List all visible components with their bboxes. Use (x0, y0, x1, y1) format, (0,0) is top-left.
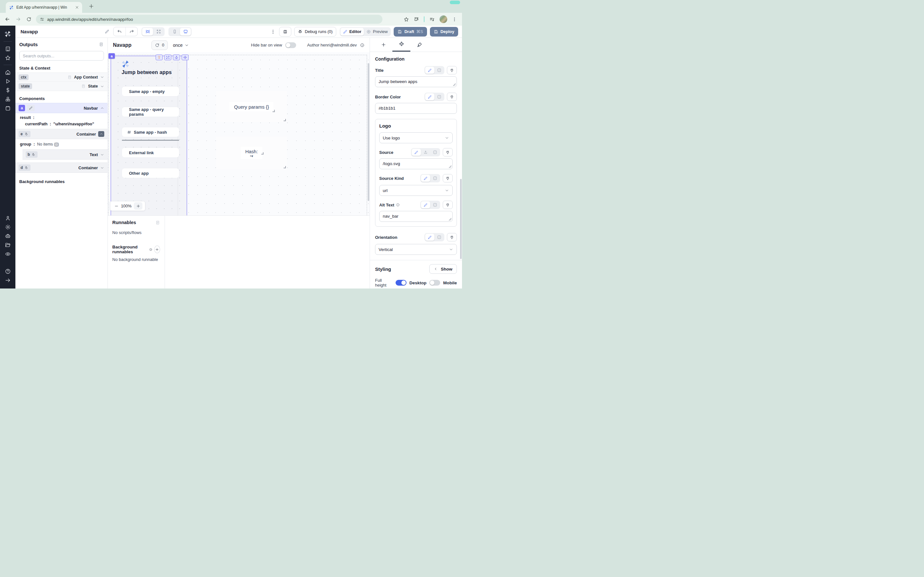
text-b-badge[interactable]: b (26, 151, 37, 158)
folders-icon[interactable] (5, 242, 11, 248)
home-icon[interactable] (5, 69, 11, 75)
nav-item-same-app-hash[interactable]: Same app - hash (122, 127, 179, 137)
zoom-out-icon[interactable] (114, 204, 119, 208)
workers-icon[interactable] (5, 233, 11, 239)
schedules-icon[interactable] (5, 105, 11, 111)
source-kind-static-button[interactable] (421, 175, 430, 182)
canvas-grid[interactable]: Jump between apps Same app - empty Same … (108, 52, 370, 215)
help-icon[interactable] (5, 268, 11, 274)
new-tab-icon[interactable] (89, 3, 94, 9)
refresh-counter[interactable]: 0 (152, 40, 168, 50)
expand-down-button[interactable] (156, 55, 163, 60)
users-icon[interactable] (5, 215, 11, 221)
site-settings-icon[interactable] (40, 17, 44, 21)
navbar-chevron-up-icon[interactable] (100, 106, 104, 110)
nav-item-same-app-empty[interactable]: Same app - empty (122, 87, 179, 96)
source-kind-expr-button[interactable]: f (430, 175, 439, 182)
resize-handle[interactable] (284, 119, 286, 121)
runnables-doc-icon[interactable] (155, 220, 160, 225)
desktop-view-button[interactable] (180, 28, 191, 35)
orientation-static-button[interactable] (425, 234, 435, 241)
nav-item-external-link[interactable]: External link (122, 148, 179, 157)
bookmark-star-icon[interactable] (404, 17, 409, 22)
workspace-icon[interactable] (5, 46, 11, 52)
windmill-logo-icon[interactable] (4, 31, 11, 37)
resources-icon[interactable] (5, 96, 11, 102)
text-b-chevron-down-icon[interactable] (100, 153, 104, 157)
mobile-view-button[interactable] (169, 28, 180, 35)
debug-runs-button[interactable]: Debug runs (0) (294, 27, 336, 37)
tab-component-settings[interactable] (393, 38, 410, 52)
anchor-component-button[interactable] (173, 55, 180, 60)
refresh-mode-select[interactable]: once (173, 43, 189, 48)
deploy-button[interactable]: Deploy (430, 27, 458, 37)
redo-button[interactable] (126, 27, 137, 36)
component-row-container-e[interactable]: e Container (15, 129, 107, 139)
canvas-scrollbar[interactable] (368, 63, 369, 201)
full-height-mobile-toggle[interactable] (429, 280, 440, 285)
expand-component-button[interactable] (164, 55, 171, 60)
source-connect-button[interactable] (443, 148, 453, 156)
editor-tab[interactable]: Editor (341, 28, 364, 35)
reload-icon[interactable] (26, 17, 31, 22)
media-queue-icon[interactable] (429, 17, 435, 22)
border-color-expr-button[interactable]: f (435, 93, 444, 100)
tab-global-styling[interactable] (410, 38, 428, 52)
audit-eye-icon[interactable] (5, 251, 11, 257)
preview-tab[interactable]: Preview (364, 28, 390, 35)
nav-item-other-app[interactable]: Other app (122, 168, 179, 178)
alt-text-expr-button[interactable]: f (430, 201, 439, 208)
source-upload-button[interactable] (421, 149, 430, 156)
settings-scrollbar[interactable] (460, 179, 462, 259)
logo-select[interactable]: Use logo (379, 132, 453, 143)
url-bar[interactable]: app.windmill.dev/apps/edit/u/henri/navap… (36, 15, 383, 24)
billing-icon[interactable] (5, 87, 11, 93)
container-e-badge[interactable]: e (19, 131, 31, 137)
title-expr-mode-button[interactable]: f (435, 67, 444, 74)
alt-text-connect-button[interactable] (443, 201, 453, 209)
title-static-mode-button[interactable] (425, 67, 435, 74)
component-row-container-d[interactable]: d Container (15, 163, 107, 173)
component-row-text-b[interactable]: b Text (23, 149, 107, 160)
source-expr-button[interactable]: f (430, 149, 439, 156)
container-d-chevron-down-icon[interactable] (100, 166, 104, 170)
component-row-navbar[interactable]: a Navbar (15, 103, 107, 113)
add-background-runnable-button[interactable] (154, 245, 160, 253)
draft-button[interactable]: Draft ⌘S (394, 27, 427, 37)
panel-doc-icon[interactable] (99, 42, 103, 47)
orientation-expr-button[interactable]: f (435, 234, 444, 241)
orientation-connect-button[interactable] (447, 233, 457, 242)
container-e-collapse-button[interactable] (98, 131, 104, 137)
source-kind-select[interactable]: url (379, 185, 453, 196)
query-params-container[interactable]: Query params {} (216, 91, 287, 122)
styling-show-button[interactable]: Show (429, 264, 457, 274)
search-outputs-input[interactable] (19, 51, 104, 61)
navbar-edit-badge[interactable] (27, 105, 35, 111)
browser-menu-icon[interactable] (452, 17, 457, 22)
centered-layout-button[interactable] (142, 28, 153, 35)
extensions-icon[interactable] (414, 17, 419, 22)
orientation-select[interactable]: Vertical (375, 244, 457, 255)
state-chevron-down-icon[interactable] (100, 84, 104, 89)
title-input[interactable]: Jump between apps (375, 76, 457, 87)
undo-button[interactable] (113, 27, 126, 36)
collapse-rail-icon[interactable] (5, 277, 11, 284)
ctx-chevron-down-icon[interactable] (100, 75, 104, 79)
hash-container[interactable]: Hash: "f (216, 137, 287, 169)
alt-text-input[interactable]: nav_bar (379, 211, 453, 222)
state-row[interactable]: state State (15, 82, 107, 91)
source-input[interactable]: /logo.svg (379, 158, 453, 169)
back-icon[interactable] (5, 16, 10, 22)
navbar-component[interactable]: Jump between apps Same app - empty Same … (111, 56, 187, 215)
alt-text-static-button[interactable] (421, 201, 430, 208)
ctx-row[interactable]: ctx App Context (15, 73, 107, 82)
border-color-connect-button[interactable] (447, 93, 457, 101)
forward-icon[interactable] (15, 16, 21, 22)
favorites-star-icon[interactable] (5, 55, 11, 61)
tab-insert-component[interactable] (375, 38, 393, 52)
source-kind-connect-button[interactable] (443, 174, 453, 182)
full-height-desktop-toggle[interactable] (396, 280, 407, 285)
hide-bar-toggle[interactable] (285, 42, 296, 48)
settings-gear-icon[interactable] (5, 224, 11, 230)
nav-item-same-app-query-params[interactable]: Same app - query params (122, 107, 179, 117)
